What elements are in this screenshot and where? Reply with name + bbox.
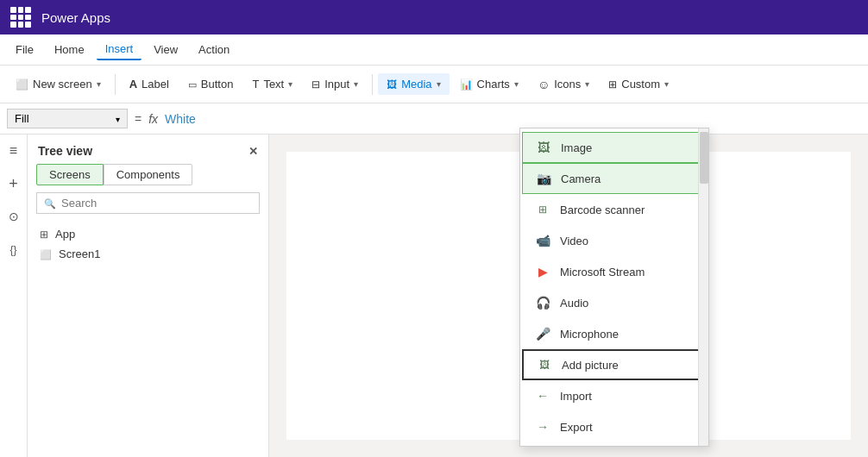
video-label: Video (560, 235, 588, 247)
icons-chevron (585, 79, 589, 89)
audio-icon: 🎧 (534, 294, 551, 311)
screen-icon (16, 78, 28, 91)
input-btn-text: Input (324, 78, 349, 91)
dropdown-item-addpicture[interactable]: 🖼 Add picture (522, 349, 707, 380)
tree-search-box[interactable] (36, 192, 260, 214)
button-btn-text: Button (201, 78, 234, 91)
tree-item-app-label: App (55, 228, 75, 241)
new-screen-button[interactable]: New screen (7, 73, 110, 95)
barcode-icon: ⊞ (534, 201, 551, 218)
stream-label: Microsoft Stream (560, 266, 645, 279)
dropdown-item-import[interactable]: ← Import (520, 380, 708, 411)
dropdown-item-image[interactable]: 🖼 Image (522, 132, 707, 163)
export-label: Export (560, 421, 593, 434)
charts-chevron (514, 79, 519, 89)
screen1-icon (40, 248, 52, 260)
layers-icon[interactable] (4, 141, 23, 160)
input-chevron (354, 79, 358, 89)
icons-button[interactable]: Icons (529, 73, 598, 96)
tab-components[interactable]: Components (104, 164, 193, 185)
barcode-label: Barcode scanner (560, 203, 645, 216)
side-icon-panel (0, 135, 28, 457)
tree-tabs: Screens Components (28, 164, 268, 185)
data-icon[interactable] (4, 207, 23, 226)
menu-bar: File Home Insert View Action (0, 34, 868, 66)
tab-screens[interactable]: Screens (36, 164, 104, 185)
dropdown-item-stream[interactable]: ▶ Microsoft Stream (520, 256, 708, 287)
import-icon: ← (534, 387, 551, 404)
video-icon: 📹 (534, 232, 551, 249)
search-icon (44, 197, 56, 210)
formula-fx: fx (148, 112, 158, 126)
canvas-area: 🖼 Image 📷 Camera ⊞ Barcode scanner 📹 Vid… (269, 135, 868, 457)
icons-btn-text: Icons (554, 78, 581, 91)
property-selector[interactable]: Fill (7, 109, 128, 128)
media-icon (387, 78, 397, 91)
media-dropdown: 🖼 Image 📷 Camera ⊞ Barcode scanner 📹 Vid… (519, 128, 709, 447)
button-icon (188, 78, 197, 91)
media-btn-text: Media (401, 78, 431, 91)
menu-view[interactable]: View (145, 40, 186, 59)
charts-button[interactable]: Charts (451, 73, 527, 95)
charts-btn-text: Charts (477, 78, 510, 91)
camera-icon: 📷 (535, 170, 552, 187)
toolbar-divider-1 (115, 74, 116, 95)
input-icon (311, 78, 320, 91)
custom-chevron (664, 79, 669, 89)
camera-label: Camera (561, 172, 601, 185)
dropdown-item-video[interactable]: 📹 Video (520, 225, 708, 256)
menu-insert[interactable]: Insert (97, 39, 142, 60)
import-label: Import (560, 390, 592, 403)
new-screen-label: New screen (33, 78, 92, 91)
image-label: Image (561, 141, 592, 154)
media-button[interactable]: Media (378, 73, 449, 95)
dropdown-item-audio[interactable]: 🎧 Audio (520, 287, 708, 318)
tree-item-app[interactable]: App (35, 224, 261, 244)
tree-view-panel: Tree view Screens Components App Screen1 (28, 135, 269, 457)
title-bar: Power Apps (0, 0, 868, 34)
dropdown-item-camera[interactable]: 📷 Camera (522, 163, 707, 194)
toolbar-divider-2 (372, 74, 373, 95)
microphone-label: Microphone (560, 328, 619, 341)
dropdown-item-export[interactable]: → Export (520, 411, 708, 442)
main-layout: Tree view Screens Components App Screen1 (0, 135, 868, 457)
tree-items-list: App Screen1 (28, 221, 268, 267)
dropdown-item-barcode[interactable]: ⊞ Barcode scanner (520, 194, 708, 225)
text-chevron (288, 79, 292, 89)
menu-home[interactable]: Home (46, 40, 93, 59)
app-title: Power Apps (41, 10, 110, 25)
addpicture-label: Add picture (562, 359, 619, 372)
app-icon (40, 228, 48, 241)
search-input[interactable] (61, 197, 252, 210)
tree-view-header: Tree view (28, 135, 268, 164)
button-button[interactable]: Button (179, 73, 242, 95)
dropdown-item-microphone[interactable]: 🎤 Microphone (520, 318, 708, 349)
menu-action[interactable]: Action (190, 40, 238, 59)
property-value: Fill (15, 112, 29, 125)
formula-equals: = (135, 112, 142, 126)
formula-input[interactable]: White (165, 112, 196, 126)
charts-icon (460, 78, 473, 91)
custom-button[interactable]: Custom (600, 73, 677, 95)
image-icon: 🖼 (535, 139, 552, 156)
vars-icon[interactable] (4, 240, 23, 259)
custom-btn-text: Custom (621, 78, 660, 91)
text-button[interactable]: Text (243, 73, 301, 95)
app-grid-icon[interactable] (10, 7, 31, 28)
addpicture-icon: 🖼 (536, 356, 553, 373)
plus-icon[interactable] (4, 174, 23, 193)
menu-file[interactable]: File (7, 40, 42, 59)
tree-view-close[interactable] (248, 143, 258, 159)
stream-icon: ▶ (534, 263, 551, 280)
media-chevron (437, 79, 441, 89)
export-icon: → (534, 418, 551, 435)
label-btn-text: Label (142, 78, 169, 91)
tree-item-screen1[interactable]: Screen1 (35, 244, 261, 264)
text-icon (252, 78, 259, 91)
toolbar: New screen Label Button Text Input Media… (0, 66, 868, 103)
dropdown-scrollbar[interactable] (698, 128, 708, 446)
input-button[interactable]: Input (303, 73, 367, 95)
label-button[interactable]: Label (121, 73, 178, 95)
dropdown-scroll-thumb (700, 132, 708, 184)
label-icon (129, 78, 137, 91)
